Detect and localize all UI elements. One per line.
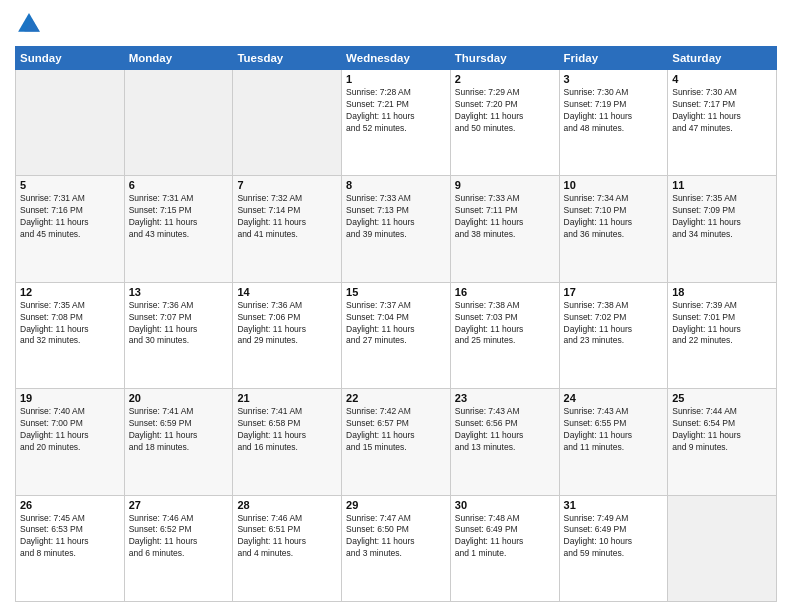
calendar-cell: 14Sunrise: 7:36 AM Sunset: 7:06 PM Dayli…	[233, 282, 342, 388]
calendar-cell: 7Sunrise: 7:32 AM Sunset: 7:14 PM Daylig…	[233, 176, 342, 282]
calendar-week-row: 26Sunrise: 7:45 AM Sunset: 6:53 PM Dayli…	[16, 495, 777, 601]
calendar-cell: 19Sunrise: 7:40 AM Sunset: 7:00 PM Dayli…	[16, 389, 125, 495]
weekday-wednesday: Wednesday	[342, 47, 451, 70]
day-info: Sunrise: 7:33 AM Sunset: 7:13 PM Dayligh…	[346, 193, 446, 241]
calendar-cell: 1Sunrise: 7:28 AM Sunset: 7:21 PM Daylig…	[342, 70, 451, 176]
day-number: 23	[455, 392, 555, 404]
day-number: 26	[20, 499, 120, 511]
day-number: 25	[672, 392, 772, 404]
day-number: 22	[346, 392, 446, 404]
day-info: Sunrise: 7:42 AM Sunset: 6:57 PM Dayligh…	[346, 406, 446, 454]
day-info: Sunrise: 7:41 AM Sunset: 6:58 PM Dayligh…	[237, 406, 337, 454]
calendar-week-row: 19Sunrise: 7:40 AM Sunset: 7:00 PM Dayli…	[16, 389, 777, 495]
calendar-cell	[233, 70, 342, 176]
day-info: Sunrise: 7:43 AM Sunset: 6:55 PM Dayligh…	[564, 406, 664, 454]
day-number: 9	[455, 179, 555, 191]
calendar-cell: 28Sunrise: 7:46 AM Sunset: 6:51 PM Dayli…	[233, 495, 342, 601]
weekday-sunday: Sunday	[16, 47, 125, 70]
calendar-cell: 9Sunrise: 7:33 AM Sunset: 7:11 PM Daylig…	[450, 176, 559, 282]
day-info: Sunrise: 7:44 AM Sunset: 6:54 PM Dayligh…	[672, 406, 772, 454]
calendar-cell	[16, 70, 125, 176]
day-info: Sunrise: 7:43 AM Sunset: 6:56 PM Dayligh…	[455, 406, 555, 454]
calendar-cell: 27Sunrise: 7:46 AM Sunset: 6:52 PM Dayli…	[124, 495, 233, 601]
day-number: 30	[455, 499, 555, 511]
calendar-cell: 2Sunrise: 7:29 AM Sunset: 7:20 PM Daylig…	[450, 70, 559, 176]
calendar-cell: 8Sunrise: 7:33 AM Sunset: 7:13 PM Daylig…	[342, 176, 451, 282]
day-number: 29	[346, 499, 446, 511]
calendar-cell: 23Sunrise: 7:43 AM Sunset: 6:56 PM Dayli…	[450, 389, 559, 495]
day-number: 19	[20, 392, 120, 404]
day-info: Sunrise: 7:46 AM Sunset: 6:51 PM Dayligh…	[237, 513, 337, 561]
day-info: Sunrise: 7:35 AM Sunset: 7:09 PM Dayligh…	[672, 193, 772, 241]
day-number: 1	[346, 73, 446, 85]
day-info: Sunrise: 7:38 AM Sunset: 7:03 PM Dayligh…	[455, 300, 555, 348]
calendar-cell: 4Sunrise: 7:30 AM Sunset: 7:17 PM Daylig…	[668, 70, 777, 176]
calendar-cell: 22Sunrise: 7:42 AM Sunset: 6:57 PM Dayli…	[342, 389, 451, 495]
day-number: 18	[672, 286, 772, 298]
day-number: 5	[20, 179, 120, 191]
day-info: Sunrise: 7:37 AM Sunset: 7:04 PM Dayligh…	[346, 300, 446, 348]
calendar-cell: 10Sunrise: 7:34 AM Sunset: 7:10 PM Dayli…	[559, 176, 668, 282]
calendar-cell: 24Sunrise: 7:43 AM Sunset: 6:55 PM Dayli…	[559, 389, 668, 495]
day-info: Sunrise: 7:36 AM Sunset: 7:06 PM Dayligh…	[237, 300, 337, 348]
day-number: 10	[564, 179, 664, 191]
calendar-cell: 29Sunrise: 7:47 AM Sunset: 6:50 PM Dayli…	[342, 495, 451, 601]
calendar-cell: 30Sunrise: 7:48 AM Sunset: 6:49 PM Dayli…	[450, 495, 559, 601]
calendar-cell	[124, 70, 233, 176]
calendar-cell: 21Sunrise: 7:41 AM Sunset: 6:58 PM Dayli…	[233, 389, 342, 495]
day-number: 28	[237, 499, 337, 511]
logo	[15, 10, 47, 38]
day-info: Sunrise: 7:41 AM Sunset: 6:59 PM Dayligh…	[129, 406, 229, 454]
calendar-week-row: 12Sunrise: 7:35 AM Sunset: 7:08 PM Dayli…	[16, 282, 777, 388]
day-info: Sunrise: 7:40 AM Sunset: 7:00 PM Dayligh…	[20, 406, 120, 454]
day-info: Sunrise: 7:45 AM Sunset: 6:53 PM Dayligh…	[20, 513, 120, 561]
day-info: Sunrise: 7:34 AM Sunset: 7:10 PM Dayligh…	[564, 193, 664, 241]
day-number: 6	[129, 179, 229, 191]
day-number: 27	[129, 499, 229, 511]
weekday-friday: Friday	[559, 47, 668, 70]
day-info: Sunrise: 7:38 AM Sunset: 7:02 PM Dayligh…	[564, 300, 664, 348]
calendar-cell: 13Sunrise: 7:36 AM Sunset: 7:07 PM Dayli…	[124, 282, 233, 388]
day-number: 20	[129, 392, 229, 404]
calendar-week-row: 1Sunrise: 7:28 AM Sunset: 7:21 PM Daylig…	[16, 70, 777, 176]
day-number: 2	[455, 73, 555, 85]
weekday-monday: Monday	[124, 47, 233, 70]
calendar-cell: 31Sunrise: 7:49 AM Sunset: 6:49 PM Dayli…	[559, 495, 668, 601]
calendar-cell: 6Sunrise: 7:31 AM Sunset: 7:15 PM Daylig…	[124, 176, 233, 282]
calendar-cell: 20Sunrise: 7:41 AM Sunset: 6:59 PM Dayli…	[124, 389, 233, 495]
day-info: Sunrise: 7:30 AM Sunset: 7:19 PM Dayligh…	[564, 87, 664, 135]
weekday-thursday: Thursday	[450, 47, 559, 70]
calendar-cell: 26Sunrise: 7:45 AM Sunset: 6:53 PM Dayli…	[16, 495, 125, 601]
calendar-cell: 18Sunrise: 7:39 AM Sunset: 7:01 PM Dayli…	[668, 282, 777, 388]
day-number: 16	[455, 286, 555, 298]
day-info: Sunrise: 7:31 AM Sunset: 7:16 PM Dayligh…	[20, 193, 120, 241]
day-number: 11	[672, 179, 772, 191]
day-number: 4	[672, 73, 772, 85]
day-number: 24	[564, 392, 664, 404]
calendar-cell: 25Sunrise: 7:44 AM Sunset: 6:54 PM Dayli…	[668, 389, 777, 495]
calendar-cell: 3Sunrise: 7:30 AM Sunset: 7:19 PM Daylig…	[559, 70, 668, 176]
day-number: 31	[564, 499, 664, 511]
day-info: Sunrise: 7:29 AM Sunset: 7:20 PM Dayligh…	[455, 87, 555, 135]
day-number: 14	[237, 286, 337, 298]
day-info: Sunrise: 7:46 AM Sunset: 6:52 PM Dayligh…	[129, 513, 229, 561]
day-info: Sunrise: 7:36 AM Sunset: 7:07 PM Dayligh…	[129, 300, 229, 348]
day-number: 17	[564, 286, 664, 298]
calendar-week-row: 5Sunrise: 7:31 AM Sunset: 7:16 PM Daylig…	[16, 176, 777, 282]
day-number: 3	[564, 73, 664, 85]
day-info: Sunrise: 7:32 AM Sunset: 7:14 PM Dayligh…	[237, 193, 337, 241]
day-info: Sunrise: 7:33 AM Sunset: 7:11 PM Dayligh…	[455, 193, 555, 241]
day-number: 7	[237, 179, 337, 191]
day-info: Sunrise: 7:31 AM Sunset: 7:15 PM Dayligh…	[129, 193, 229, 241]
page: SundayMondayTuesdayWednesdayThursdayFrid…	[0, 0, 792, 612]
weekday-saturday: Saturday	[668, 47, 777, 70]
weekday-tuesday: Tuesday	[233, 47, 342, 70]
calendar-cell: 17Sunrise: 7:38 AM Sunset: 7:02 PM Dayli…	[559, 282, 668, 388]
weekday-header-row: SundayMondayTuesdayWednesdayThursdayFrid…	[16, 47, 777, 70]
day-info: Sunrise: 7:48 AM Sunset: 6:49 PM Dayligh…	[455, 513, 555, 561]
calendar-cell: 11Sunrise: 7:35 AM Sunset: 7:09 PM Dayli…	[668, 176, 777, 282]
logo-icon	[15, 10, 43, 38]
day-number: 15	[346, 286, 446, 298]
day-number: 21	[237, 392, 337, 404]
calendar-cell: 5Sunrise: 7:31 AM Sunset: 7:16 PM Daylig…	[16, 176, 125, 282]
